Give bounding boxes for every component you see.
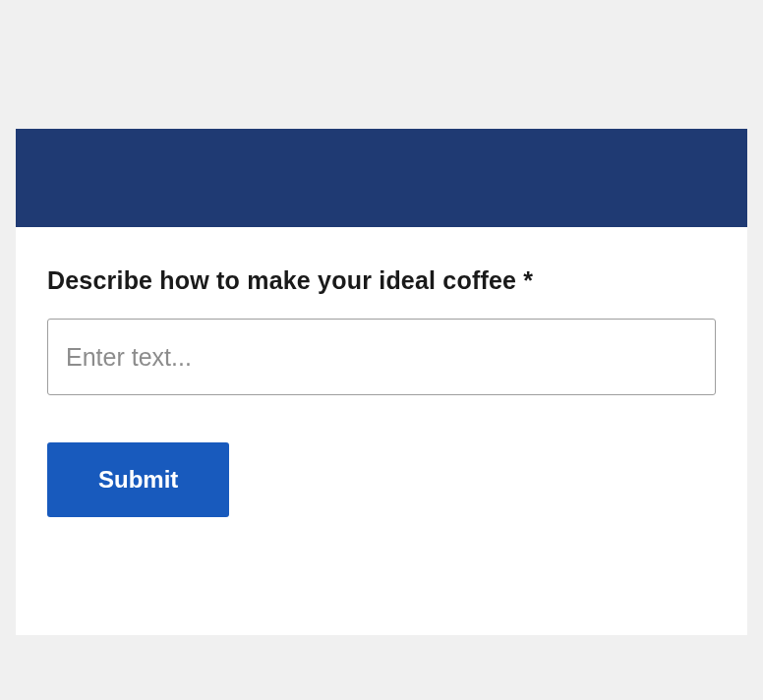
question-label: Describe how to make your ideal coffee * xyxy=(47,266,716,295)
answer-input[interactable] xyxy=(47,319,716,395)
form-card: Describe how to make your ideal coffee *… xyxy=(16,129,747,635)
header-band xyxy=(16,129,747,227)
submit-button[interactable]: Submit xyxy=(47,442,229,517)
form-body: Describe how to make your ideal coffee *… xyxy=(16,227,747,635)
